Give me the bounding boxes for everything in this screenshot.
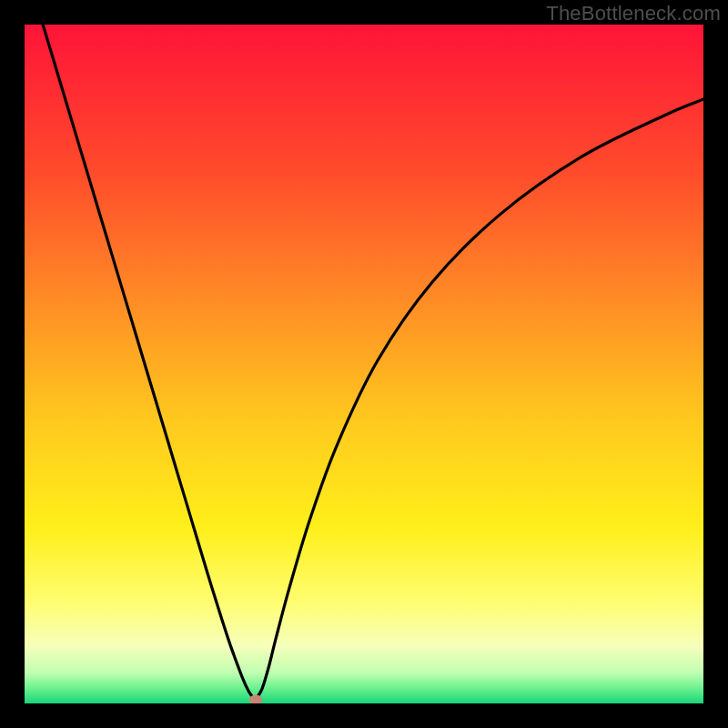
chart-frame: TheBottleneck.com: [0, 0, 728, 728]
optimal-point-marker: [249, 694, 262, 703]
bottleneck-curve: [25, 25, 703, 703]
watermark-text: TheBottleneck.com: [546, 2, 721, 25]
plot-area: [25, 25, 703, 703]
